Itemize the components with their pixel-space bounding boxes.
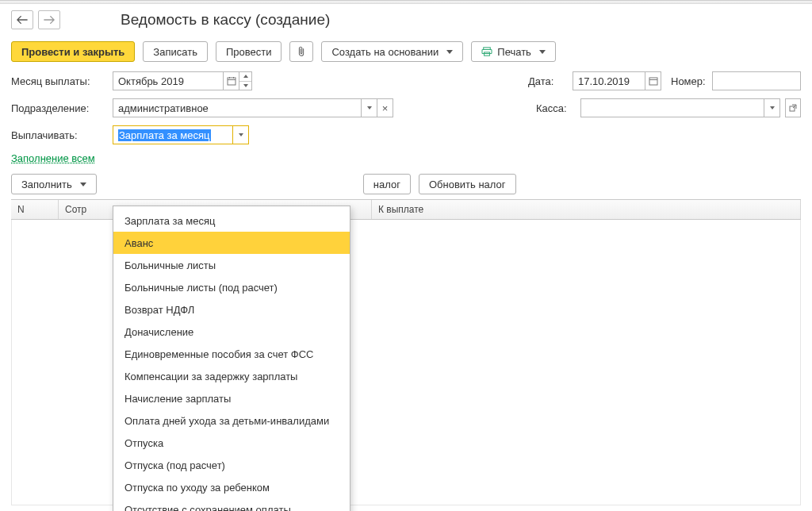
department-label: Подразделение: (11, 102, 113, 114)
create-based-on-label: Создать на основании (331, 46, 439, 58)
attach-button[interactable] (289, 41, 313, 62)
paperclip-icon (297, 46, 306, 57)
number-label: Номер: (671, 75, 712, 87)
fill-button[interactable]: Заполнить (11, 174, 97, 194)
pay-type-option[interactable]: Доначисление (113, 321, 350, 343)
cashbox-dropdown-button[interactable] (764, 98, 780, 117)
create-based-on-button[interactable]: Создать на основании (321, 41, 463, 62)
pay-type-option[interactable]: Возврат НДФЛ (113, 298, 350, 321)
calendar-icon (227, 76, 236, 86)
department-dropdown-button[interactable] (362, 98, 377, 117)
tax-button[interactable]: налог (363, 174, 411, 194)
chevron-down-icon (446, 50, 453, 54)
pay-type-label: Выплачивать: (11, 129, 113, 141)
cashbox-open-button[interactable] (785, 98, 801, 117)
pay-type-option[interactable]: Больничные листы (113, 254, 350, 276)
cashbox-input-group (580, 98, 780, 117)
nav-forward-button[interactable] (38, 10, 60, 29)
month-input-group (113, 71, 252, 90)
fill-label: Заполнить (21, 179, 72, 190)
svg-rect-1 (482, 49, 492, 53)
pay-type-dropdown-list: Зарплата за месяцАвансБольничные листыБо… (113, 206, 350, 511)
recalc-tax-button[interactable]: Обновить налог (419, 174, 516, 194)
svg-rect-3 (228, 78, 236, 85)
navbar: Ведомость в кассу (создание) (0, 4, 812, 36)
svg-rect-7 (649, 78, 657, 85)
month-input[interactable] (113, 71, 224, 90)
table-toolbar: Заполнить налог Обновить налог (0, 169, 812, 199)
print-label: Печать (497, 46, 531, 58)
date-label: Дата: (528, 75, 573, 87)
month-stepper (239, 71, 252, 90)
col-amount[interactable]: К выплате (372, 200, 801, 219)
save-button[interactable]: Записать (143, 41, 208, 62)
date-input[interactable] (573, 71, 645, 90)
print-button[interactable]: Печать (471, 41, 556, 62)
submit-and-close-button[interactable]: Провести и закрыть (11, 41, 135, 62)
page-title: Ведомость в кассу (создание) (121, 11, 330, 29)
pay-type-option[interactable]: Единовременные пособия за счет ФСС (113, 343, 350, 365)
chevron-down-icon (80, 182, 86, 186)
pay-type-option[interactable]: Аванс (113, 232, 350, 254)
main-toolbar: Провести и закрыть Записать Провести Соз… (0, 37, 812, 66)
date-calendar-button[interactable] (645, 71, 661, 90)
nav-back-button[interactable] (11, 10, 33, 29)
pay-type-option[interactable]: Больничные листы (под расчет) (113, 276, 350, 298)
pay-type-dropdown-button[interactable] (233, 125, 249, 144)
month-step-up[interactable] (239, 72, 251, 82)
department-clear-button[interactable]: × (377, 98, 393, 117)
pay-type-option[interactable]: Отсутствие с сохранением оплаты (113, 498, 350, 511)
pay-type-option[interactable]: Оплата дней ухода за детьми-инвалидами (113, 409, 350, 432)
month-label: Месяц выплаты: (11, 75, 113, 87)
pay-type-value: Зарплата за месяц (118, 129, 211, 141)
pay-type-option[interactable]: Компенсации за задержку зарплаты (113, 365, 350, 387)
month-step-down[interactable] (239, 82, 251, 90)
department-input[interactable] (113, 98, 362, 117)
pay-type-input[interactable]: Зарплата за месяц (113, 125, 233, 144)
chevron-down-icon (539, 50, 546, 54)
printer-icon (481, 47, 492, 56)
pay-type-option[interactable]: Зарплата за месяц (113, 209, 350, 232)
pay-type-option[interactable]: Отпуска (113, 432, 350, 454)
open-external-icon (789, 104, 797, 112)
number-input[interactable] (712, 71, 801, 90)
cashbox-label: Касса: (536, 102, 580, 114)
date-input-group (573, 71, 661, 90)
cashbox-input[interactable] (580, 98, 764, 117)
pay-type-option[interactable]: Начисление зарплаты (113, 387, 350, 409)
calendar-icon (649, 76, 658, 86)
pay-type-option[interactable]: Отпуска по уходу за ребенком (113, 476, 350, 498)
col-n[interactable]: N (11, 200, 59, 219)
month-calendar-button[interactable] (224, 71, 239, 90)
pay-type-field: Зарплата за месяц (113, 125, 249, 144)
department-input-group: × (113, 98, 393, 117)
submit-button[interactable]: Провести (216, 41, 282, 62)
pay-type-option[interactable]: Отпуска (под расчет) (113, 454, 350, 476)
fill-all-link[interactable]: Заполнение всем (11, 152, 95, 164)
